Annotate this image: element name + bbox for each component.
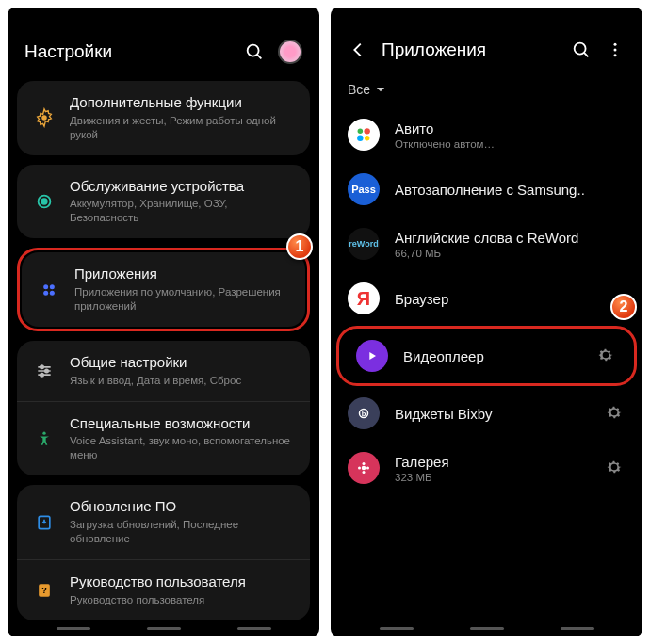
advanced-icon — [32, 105, 57, 130]
filter-label: Все — [348, 82, 370, 97]
settings-item-apps[interactable]: Приложения Приложения по умолчанию, Разр… — [22, 252, 305, 327]
item-title: Обслуживание устройства — [70, 178, 295, 196]
settings-item-update[interactable]: Обновление ПО Загрузка обновлений, После… — [17, 485, 310, 559]
item-sub: Загрузка обновлений, Последнее обновлени… — [70, 518, 295, 546]
search-icon[interactable] — [571, 40, 592, 60]
item-title: Дополнительные функции — [70, 94, 295, 112]
accessibility-icon — [32, 427, 57, 451]
status-bar — [8, 8, 319, 28]
settings-item-device-care[interactable]: Обслуживание устройства Аккумулятор, Хра… — [17, 165, 310, 239]
app-name: Виджеты Bixby — [395, 406, 590, 422]
nav-bar — [331, 623, 642, 636]
apps-screen: Приложения Все Авито Отключено автом… Pa… — [331, 8, 642, 636]
svg-point-25 — [364, 128, 369, 134]
nav-recent[interactable] — [380, 627, 414, 630]
settings-card: Дополнительные функции Движения и жесты,… — [17, 81, 310, 155]
app-item-avito[interactable]: Авито Отключено автом… — [331, 107, 642, 162]
svg-point-7 — [43, 290, 48, 295]
app-item-gallery[interactable]: Галерея 323 МБ — [331, 441, 642, 495]
svg-point-26 — [357, 135, 363, 140]
app-icon-pass: Pass — [348, 173, 380, 205]
svg-text:b: b — [362, 410, 366, 418]
app-icon-video — [356, 340, 388, 372]
item-sub: Руководство пользователя — [70, 593, 295, 607]
svg-point-32 — [363, 471, 366, 474]
item-title: Обновление ПО — [70, 498, 295, 516]
page-title: Настройки — [24, 41, 231, 62]
svg-point-23 — [614, 54, 617, 56]
svg-point-31 — [363, 462, 366, 465]
app-item-reword[interactable]: reWord Английские слова с ReWord 66,70 М… — [331, 217, 642, 271]
filter-row: Все — [331, 77, 642, 107]
svg-point-2 — [41, 116, 47, 121]
app-name: Браузер — [395, 291, 626, 307]
profile-avatar[interactable] — [278, 40, 302, 64]
settings-item-manual[interactable]: ? Руководство пользователя Руководство п… — [17, 559, 310, 620]
svg-line-20 — [584, 53, 588, 56]
app-item-bixby[interactable]: b Виджеты Bixby — [331, 386, 642, 441]
nav-back[interactable] — [237, 627, 271, 630]
svg-point-8 — [50, 290, 55, 295]
filter-dropdown[interactable]: Все — [348, 82, 385, 97]
nav-recent[interactable] — [57, 627, 90, 630]
item-title: Руководство пользователя — [70, 573, 295, 591]
search-icon[interactable] — [244, 41, 265, 62]
nav-back[interactable] — [561, 627, 594, 630]
app-item-browser[interactable]: Я Браузер 2 — [331, 271, 642, 326]
app-icon-yandex: Я — [348, 282, 380, 314]
apps-icon — [37, 278, 61, 302]
svg-point-5 — [43, 284, 48, 289]
app-icon-bixby: b — [348, 397, 380, 429]
svg-point-0 — [248, 45, 259, 56]
step-badge-1: 1 — [286, 233, 313, 260]
item-title: Общие настройки — [70, 354, 295, 372]
svg-point-21 — [614, 43, 617, 46]
back-icon[interactable] — [348, 40, 368, 60]
highlight-frame: 1 Приложения Приложения по умолчанию, Ра… — [17, 248, 310, 331]
app-sub: 323 МБ — [395, 472, 590, 483]
svg-point-33 — [358, 467, 361, 470]
item-sub: Приложения по умолчанию, Разрешения прил… — [74, 285, 290, 314]
svg-text:?: ? — [41, 586, 47, 595]
app-name: Авито — [395, 121, 626, 137]
app-item-samsung-pass[interactable]: Pass Автозаполнение с Samsung.. — [331, 162, 642, 217]
app-icon-gallery — [348, 452, 380, 484]
item-sub: Язык и ввод, Дата и время, Сброс — [70, 374, 295, 388]
svg-point-15 — [42, 431, 45, 434]
nav-home[interactable] — [147, 627, 181, 630]
item-title: Специальные возможности — [70, 415, 295, 433]
svg-point-12 — [41, 365, 43, 368]
svg-point-4 — [41, 199, 47, 204]
settings-card: Обслуживание устройства Аккумулятор, Хра… — [17, 165, 310, 239]
settings-item-general[interactable]: Общие настройки Язык и ввод, Дата и врем… — [17, 341, 310, 401]
svg-point-27 — [365, 136, 370, 141]
svg-point-22 — [614, 49, 617, 52]
step-badge-2: 2 — [610, 294, 637, 320]
gear-icon[interactable] — [596, 346, 617, 366]
gear-icon[interactable] — [605, 458, 626, 478]
svg-point-30 — [362, 466, 366, 471]
settings-card: Общие настройки Язык и ввод, Дата и врем… — [17, 341, 310, 475]
update-icon — [32, 510, 57, 535]
settings-item-advanced[interactable]: Дополнительные функции Движения и жесты,… — [17, 81, 310, 155]
svg-point-34 — [366, 467, 369, 470]
nav-home[interactable] — [470, 627, 504, 630]
app-name: Английские слова с ReWord — [395, 230, 626, 246]
general-icon — [32, 359, 57, 383]
more-icon[interactable] — [605, 40, 626, 60]
settings-card: Обновление ПО Загрузка обновлений, После… — [17, 485, 310, 620]
app-item-video-player[interactable]: Видеоплеер — [336, 326, 637, 386]
device-care-icon — [32, 189, 57, 214]
settings-list: Дополнительные функции Движения и жесты,… — [8, 81, 319, 623]
app-name: Галерея — [395, 454, 590, 470]
app-icon-reword: reWord — [348, 228, 380, 260]
item-sub: Аккумулятор, Хранилище, ОЗУ, Безопасност… — [70, 197, 295, 225]
svg-point-14 — [41, 373, 43, 376]
apps-list: Авито Отключено автом… Pass Автозаполнен… — [331, 107, 642, 623]
app-sub: 66,70 МБ — [395, 248, 626, 259]
settings-screen: Настройки Дополнительные функции Движени… — [8, 8, 319, 636]
gear-icon[interactable] — [605, 403, 626, 424]
settings-item-accessibility[interactable]: Специальные возможности Voice Assistant,… — [17, 401, 310, 476]
app-name: Видеоплеер — [403, 348, 581, 364]
svg-point-6 — [50, 284, 55, 289]
